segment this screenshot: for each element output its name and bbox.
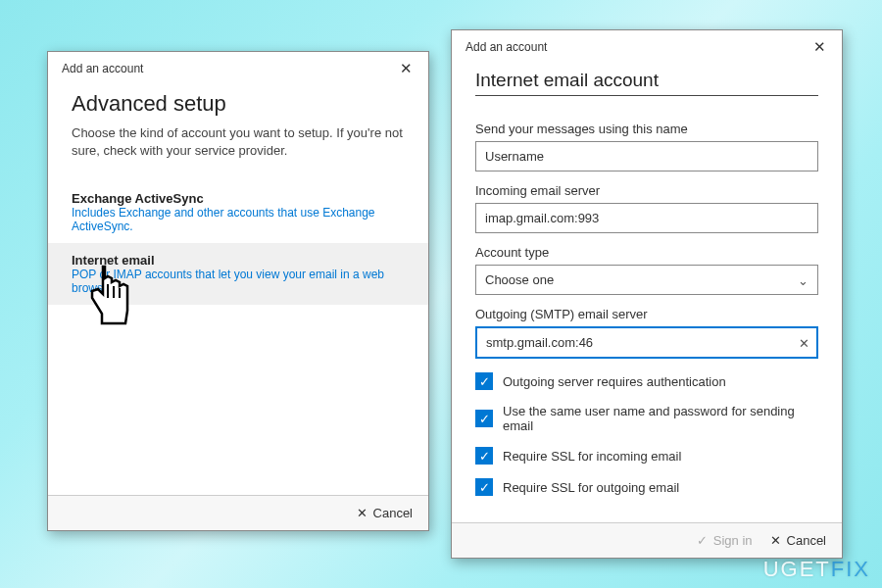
checkbox-same-credentials[interactable]: ✓ Use the same user name and password fo… <box>475 404 818 433</box>
checkmark-icon: ✓ <box>697 533 708 548</box>
outgoing-label: Outgoing (SMTP) email server <box>475 307 818 321</box>
close-icon[interactable]: ✕ <box>808 36 832 58</box>
option-desc: Includes Exchange and other accounts tha… <box>72 206 405 233</box>
account-type-select[interactable]: Choose one ⌄ <box>475 265 818 295</box>
close-icon[interactable]: ✕ <box>394 58 418 79</box>
chevron-down-icon: ⌄ <box>798 272 808 287</box>
dialog-header: Add an account ✕ <box>452 30 842 64</box>
internet-email-dialog: Add an account ✕ Internet email account … <box>451 29 843 559</box>
incoming-label: Incoming email server <box>475 183 818 198</box>
checkmark-icon: ✓ <box>475 447 493 465</box>
watermark-b: FIX <box>831 557 870 581</box>
watermark-a: UGET <box>763 557 831 581</box>
outgoing-server-input[interactable] <box>475 326 818 359</box>
dialog-header: Add an account ✕ <box>48 52 428 85</box>
checkbox-label: Use the same user name and password for … <box>503 404 818 433</box>
checkbox-label: Outgoing server requires authentication <box>503 374 726 389</box>
checkbox-label: Require SSL for incoming email <box>503 449 681 464</box>
cancel-button[interactable]: ✕ Cancel <box>770 533 826 548</box>
option-exchange-activesync[interactable]: Exchange ActiveSync Includes Exchange an… <box>48 181 428 243</box>
checkbox-ssl-incoming[interactable]: ✓ Require SSL for incoming email <box>475 447 818 465</box>
signin-label: Sign in <box>713 533 753 548</box>
checkmark-icon: ✓ <box>475 478 493 496</box>
dialog-title: Add an account <box>466 40 547 54</box>
checkbox-outgoing-auth[interactable]: ✓ Outgoing server requires authenticatio… <box>475 372 818 390</box>
dialog-title: Add an account <box>62 62 143 75</box>
clear-input-icon[interactable]: ✕ <box>799 335 809 350</box>
account-type-label: Account type <box>475 245 818 260</box>
watermark: UGETFIX <box>763 557 870 582</box>
checkmark-icon: ✓ <box>475 410 493 427</box>
incoming-server-input[interactable] <box>475 203 818 233</box>
cancel-button[interactable]: ✕ Cancel <box>357 506 413 520</box>
checkbox-label: Require SSL for outgoing email <box>503 480 679 495</box>
description-text: Choose the kind of account you want to s… <box>72 124 405 160</box>
hand-cursor-icon <box>78 257 147 339</box>
close-icon: ✕ <box>357 506 368 520</box>
name-input[interactable] <box>475 141 818 172</box>
checkbox-ssl-outgoing[interactable]: ✓ Require SSL for outgoing email <box>475 478 818 496</box>
cancel-label: Cancel <box>787 533 826 548</box>
page-title: Advanced setup <box>72 91 405 117</box>
option-title: Exchange ActiveSync <box>72 191 405 206</box>
dialog-footer: ✕ Cancel <box>48 495 428 530</box>
section-heading: Internet email account <box>475 70 818 96</box>
dialog-body: Internet email account Send your message… <box>452 64 842 506</box>
name-label: Send your messages using this name <box>475 122 818 136</box>
signin-button[interactable]: ✓ Sign in <box>697 533 753 548</box>
close-icon: ✕ <box>770 533 781 548</box>
checkmark-icon: ✓ <box>475 372 493 390</box>
select-value: Choose one <box>475 265 818 295</box>
cancel-label: Cancel <box>373 506 413 520</box>
dialog-footer: ✓ Sign in ✕ Cancel <box>452 522 842 558</box>
